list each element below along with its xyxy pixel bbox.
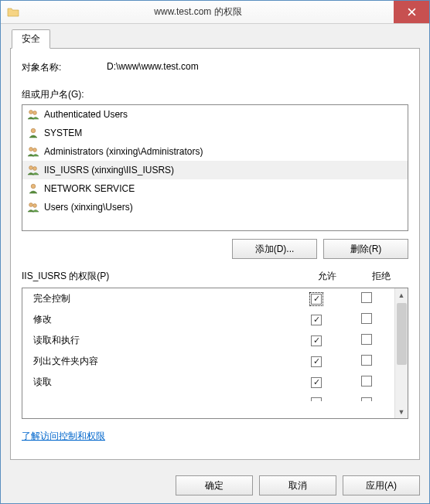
permission-row: 修改✓	[22, 309, 394, 330]
users-icon	[27, 201, 39, 213]
svg-point-0	[29, 111, 33, 114]
ok-button[interactable]: 确定	[176, 475, 253, 495]
list-item[interactable]: SYSTEM	[22, 124, 408, 142]
allow-checkbox[interactable]	[311, 397, 322, 408]
scroll-thumb[interactable]	[397, 303, 407, 365]
deny-checkbox[interactable]	[361, 397, 372, 408]
object-row: 对象名称: D:\www\www.test.com	[22, 61, 408, 74]
deny-checkbox[interactable]	[361, 313, 372, 324]
users-icon	[27, 164, 39, 176]
list-item-label: IIS_IUSRS (xinxing\IIS_IUSRS)	[44, 165, 174, 175]
group-buttons: 添加(D)... 删除(R)	[22, 239, 408, 259]
permission-name: 读取和执行	[33, 334, 289, 347]
folder-icon	[7, 6, 19, 19]
object-value: D:\www\www.test.com	[107, 61, 199, 74]
cancel-button[interactable]: 取消	[259, 475, 336, 495]
svg-point-6	[33, 167, 37, 171]
deny-checkbox[interactable]	[361, 376, 372, 387]
svg-point-9	[33, 204, 37, 208]
deny-checkbox[interactable]	[361, 334, 372, 345]
svg-point-3	[29, 148, 33, 152]
learn-more-link[interactable]: 了解访问控制和权限	[22, 430, 408, 443]
col-allow: 允许	[300, 270, 354, 283]
list-item-label: NETWORK SERVICE	[44, 183, 135, 194]
list-item-label: Administrators (xinxing\Administrators)	[44, 146, 203, 157]
allow-checkbox[interactable]: ✓	[311, 294, 322, 305]
permission-row: 读取和执行✓	[22, 330, 394, 351]
list-item-label: Authenticated Users	[44, 109, 128, 120]
add-button[interactable]: 添加(D)...	[232, 239, 317, 259]
titlebar: www.test.com 的权限	[1, 1, 429, 24]
deny-checkbox[interactable]	[361, 355, 372, 366]
tab-strip: 安全	[10, 30, 420, 49]
tab-body: 对象名称: D:\www\www.test.com 组或用户名(G): Auth…	[10, 48, 420, 460]
allow-checkbox[interactable]: ✓	[311, 377, 322, 388]
permission-name: 列出文件夹内容	[33, 355, 289, 368]
svg-point-8	[29, 203, 33, 207]
permission-row: 读取✓	[22, 372, 394, 393]
permission-row: 列出文件夹内容✓	[22, 351, 394, 372]
window-title: www.test.com 的权限	[26, 5, 394, 19]
object-label: 对象名称:	[22, 61, 107, 74]
groups-label: 组或用户名(G):	[22, 88, 408, 101]
scrollbar[interactable]: ▲ ▼	[394, 288, 408, 418]
user-icon	[27, 182, 39, 195]
permissions-dialog: www.test.com 的权限 安全 对象名称: D:\www\www.tes…	[0, 0, 430, 504]
list-item[interactable]: NETWORK SERVICE	[22, 179, 408, 198]
permission-name: 完全控制	[33, 292, 289, 305]
col-deny: 拒绝	[354, 270, 408, 283]
list-item-label: Users (xinxing\Users)	[44, 202, 133, 213]
tab-security[interactable]: 安全	[12, 29, 50, 49]
svg-point-4	[33, 148, 37, 152]
list-item[interactable]: Administrators (xinxing\Administrators)	[22, 142, 408, 161]
permissions-listbox[interactable]: 完全控制✓修改✓读取和执行✓列出文件夹内容✓读取✓ ▲ ▼	[22, 288, 408, 419]
users-icon	[27, 108, 39, 121]
svg-point-5	[29, 166, 33, 170]
allow-checkbox[interactable]: ✓	[311, 335, 322, 346]
allow-checkbox[interactable]: ✓	[311, 315, 322, 325]
list-item-label: SYSTEM	[44, 128, 82, 138]
user-icon	[27, 127, 39, 139]
remove-button[interactable]: 删除(R)	[323, 239, 408, 259]
permissions-header: IIS_IUSRS 的权限(P) 允许 拒绝	[22, 270, 408, 283]
content-area: 安全 对象名称: D:\www\www.test.com 组或用户名(G): A…	[1, 24, 429, 468]
deny-checkbox[interactable]	[361, 292, 372, 303]
scroll-down-icon[interactable]: ▼	[395, 405, 408, 418]
groups-listbox[interactable]: Authenticated UsersSYSTEMAdministrators …	[22, 104, 408, 231]
list-item[interactable]: Authenticated Users	[22, 105, 408, 124]
apply-button[interactable]: 应用(A)	[343, 475, 420, 495]
close-button[interactable]	[394, 1, 429, 23]
list-item[interactable]: IIS_IUSRS (xinxing\IIS_IUSRS)	[22, 161, 408, 179]
allow-checkbox[interactable]: ✓	[311, 356, 322, 367]
scroll-up-icon[interactable]: ▲	[395, 288, 408, 301]
svg-point-1	[33, 111, 37, 115]
permissions-title: IIS_IUSRS 的权限(P)	[22, 270, 300, 283]
permission-name: 读取	[33, 376, 289, 389]
close-icon	[408, 8, 416, 16]
permission-row: 完全控制✓	[22, 288, 394, 309]
permission-name: 修改	[33, 313, 289, 326]
users-icon	[27, 145, 39, 158]
list-item[interactable]: Users (xinxing\Users)	[22, 198, 408, 216]
svg-point-7	[31, 184, 36, 189]
svg-point-2	[31, 128, 36, 133]
dialog-footer: 确定 取消 应用(A)	[1, 468, 429, 503]
